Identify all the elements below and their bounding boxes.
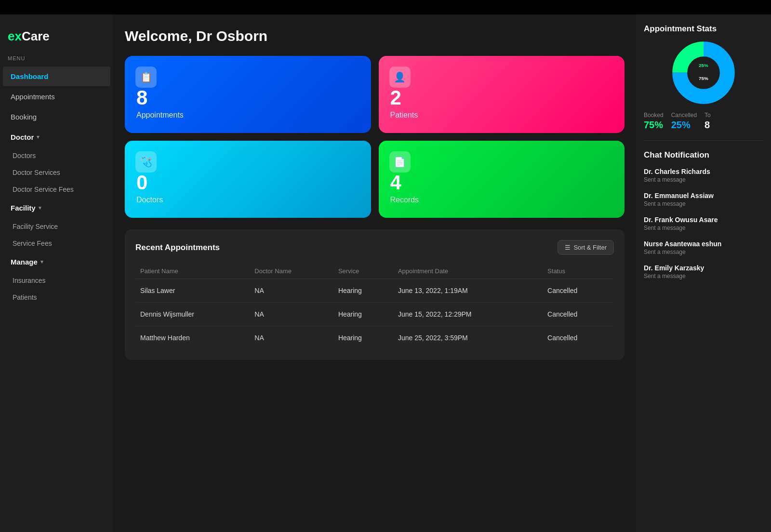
sort-filter-label: Sort & Filter — [573, 244, 607, 251]
service: Hearing — [333, 279, 393, 303]
pie-chart-container: 25% 75% — [644, 41, 763, 104]
recent-appointments-title: Recent Appointments — [135, 243, 220, 253]
legend-total: To 8 — [705, 112, 711, 131]
pie-cancelled-segment — [680, 49, 728, 97]
doctor-name: NA — [250, 326, 333, 350]
stat-card-patients: 👤 2 Patients — [379, 56, 625, 133]
legend-booked: Booked 75% — [644, 112, 664, 131]
stat-card-appointments: 📋 8 Appointments — [125, 56, 371, 133]
chat-name-4: Nurse Asantewaa eshun — [644, 240, 763, 248]
filter-icon: ☰ — [565, 244, 571, 251]
top-bar — [0, 0, 771, 14]
col-status: Status — [543, 264, 614, 279]
doctors-label: Doctors — [136, 196, 359, 204]
chat-preview-4: Sent a message — [644, 249, 763, 255]
chat-notification-section: Chat Notification Dr. Charles Richards S… — [644, 150, 763, 279]
sidebar-item-booking[interactable]: Booking — [3, 107, 110, 127]
menu-label: MENU — [0, 55, 113, 66]
booked-label: Booked — [644, 112, 664, 119]
appointments-table: Patient Name Doctor Name Service Appoint… — [135, 264, 614, 349]
sort-filter-button[interactable]: ☰ Sort & Filter — [558, 240, 614, 255]
appointments-icon: 📋 — [135, 66, 157, 88]
cancelled-value: 25% — [671, 120, 691, 131]
sidebar-item-doctor-service-fees[interactable]: Doctor Service Fees — [3, 181, 110, 198]
main-content: Welcome, Dr Osborn 📋 8 Appointments 👤 2 … — [113, 14, 636, 532]
records-icon: 📄 — [389, 151, 411, 173]
sidebar-item-service-fees[interactable]: Service Fees — [3, 235, 110, 252]
sidebar: exCare MENU Dashboard Appointments Booki… — [0, 14, 113, 532]
doctor-label: Doctor — [11, 133, 34, 141]
legend-cancelled: Cancelled 25% — [671, 112, 697, 131]
sidebar-item-manage[interactable]: Manage ▾ — [3, 252, 110, 272]
service: Hearing — [333, 326, 393, 350]
status: Cancelled — [543, 279, 614, 303]
logo: exCare — [0, 24, 113, 55]
appointment-stats-title: Appointment Stats — [644, 24, 763, 34]
appointment-date: June 15, 2022, 12:29PM — [393, 303, 543, 326]
patients-label: Patients — [390, 111, 613, 120]
sidebar-item-patients[interactable]: Patients — [3, 289, 110, 306]
service: Hearing — [333, 303, 393, 326]
sidebar-item-insurances[interactable]: Insurances — [3, 272, 110, 289]
sidebar-item-doctor-services[interactable]: Doctor Services — [3, 164, 110, 181]
doctors-icon: 🩺 — [135, 151, 157, 173]
chevron-down-icon: ▾ — [37, 134, 40, 140]
manage-label: Manage — [11, 258, 38, 266]
records-count: 4 — [390, 173, 613, 193]
chat-item-2: Dr. Emmanuel Assiaw Sent a message — [644, 192, 763, 207]
col-appointment-date: Appointment Date — [393, 264, 543, 279]
appointments-count: 8 — [136, 88, 359, 108]
col-patient-name: Patient Name — [135, 264, 250, 279]
doctors-count: 0 — [136, 173, 359, 193]
appointment-date: June 25, 2022, 3:59PM — [393, 326, 543, 350]
stats-grid: 📋 8 Appointments 👤 2 Patients 🩺 0 Doctor… — [125, 56, 625, 218]
chat-preview-5: Sent a message — [644, 273, 763, 279]
table-row: Silas Lawer NA Hearing June 13, 2022, 1:… — [135, 279, 614, 303]
patients-icon: 👤 — [389, 66, 411, 88]
chevron-down-icon-2: ▾ — [39, 205, 41, 211]
divider — [644, 140, 763, 141]
logo-prefix: ex — [8, 29, 22, 43]
patient-name: Matthew Harden — [135, 326, 250, 350]
doctor-name: NA — [250, 279, 333, 303]
recent-appointments-section: Recent Appointments ☰ Sort & Filter Pati… — [125, 229, 625, 360]
total-label: To — [705, 112, 711, 119]
table-row: Dennis Wijsmuller NA Hearing June 15, 20… — [135, 303, 614, 326]
facility-label: Facility — [11, 204, 36, 212]
sidebar-item-facility-service[interactable]: Facility Service — [3, 218, 110, 235]
pie-booked-label: 75% — [699, 76, 708, 81]
sidebar-item-appointments[interactable]: Appointments — [3, 87, 110, 106]
patient-name: Dennis Wijsmuller — [135, 303, 250, 326]
sidebar-item-doctors[interactable]: Doctors — [3, 147, 110, 164]
chat-name-2: Dr. Emmanuel Assiaw — [644, 192, 763, 200]
appointment-date: June 13, 2022, 1:19AM — [393, 279, 543, 303]
chat-preview-1: Sent a message — [644, 176, 763, 183]
col-doctor-name: Doctor Name — [250, 264, 333, 279]
appointments-label: Appointments — [136, 111, 359, 120]
chat-notification-title: Chat Notification — [644, 150, 763, 160]
pie-cancelled-label: 25% — [699, 63, 708, 68]
doctor-name: NA — [250, 303, 333, 326]
pie-chart: 25% 75% — [672, 41, 735, 104]
chat-name-5: Dr. Emily Karzasky — [644, 264, 763, 272]
patient-name: Silas Lawer — [135, 279, 250, 303]
chat-item-3: Dr. Frank Owusu Asare Sent a message — [644, 216, 763, 231]
chat-item-4: Nurse Asantewaa eshun Sent a message — [644, 240, 763, 255]
sidebar-item-facility[interactable]: Facility ▾ — [3, 198, 110, 218]
cancelled-label: Cancelled — [671, 112, 697, 119]
sidebar-item-doctor[interactable]: Doctor ▾ — [3, 127, 110, 147]
chat-item-1: Dr. Charles Richards Sent a message — [644, 168, 763, 183]
chevron-down-icon-3: ▾ — [40, 259, 43, 265]
booked-value: 75% — [644, 120, 663, 131]
table-header-row: Recent Appointments ☰ Sort & Filter — [135, 240, 614, 255]
chat-preview-2: Sent a message — [644, 200, 763, 207]
logo-suffix: Care — [22, 29, 50, 43]
patients-count: 2 — [390, 88, 613, 108]
appointment-stats-section: Appointment Stats 25% 75% Booked 75% — [644, 24, 763, 131]
chat-name-1: Dr. Charles Richards — [644, 168, 763, 175]
records-label: Records — [390, 196, 613, 204]
stat-card-doctors: 🩺 0 Doctors — [125, 141, 371, 218]
sidebar-item-dashboard[interactable]: Dashboard — [3, 66, 110, 86]
table-row: Matthew Harden NA Hearing June 25, 2022,… — [135, 326, 614, 350]
page-title: Welcome, Dr Osborn — [125, 28, 625, 44]
